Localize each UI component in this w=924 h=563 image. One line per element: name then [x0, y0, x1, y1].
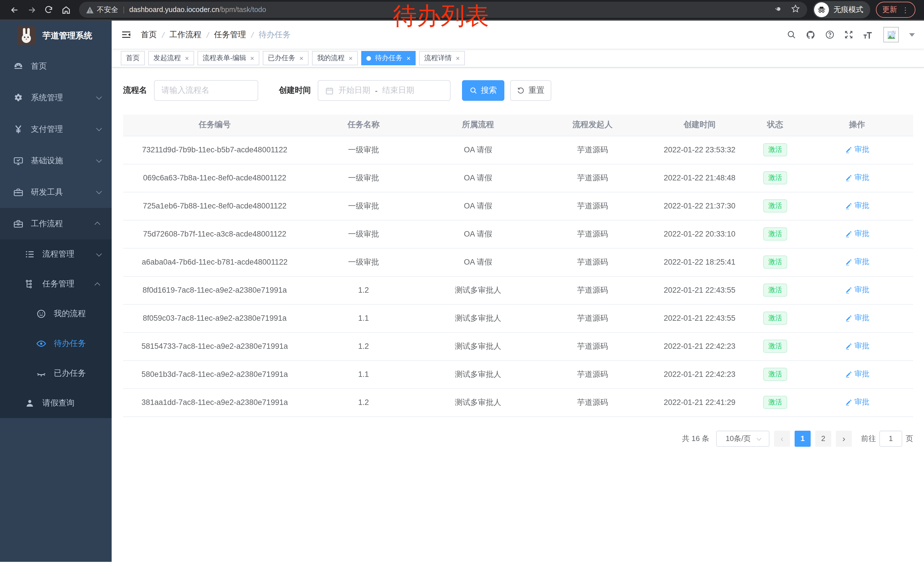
close-icon[interactable]: ×: [456, 54, 460, 62]
sidebar-item-label: 系统管理: [31, 93, 63, 103]
refresh-icon[interactable]: [40, 2, 57, 17]
font-size-icon[interactable]: [863, 30, 874, 39]
sidebar-item-task-management[interactable]: 任务管理: [0, 269, 112, 299]
search-button[interactable]: 搜索: [462, 80, 504, 101]
approve-link[interactable]: 审批: [845, 369, 869, 380]
tab-process-detail[interactable]: 流程详情×: [419, 51, 465, 65]
reset-button[interactable]: 重置: [510, 80, 551, 101]
approve-link[interactable]: 审批: [845, 201, 869, 211]
fullscreen-icon[interactable]: [844, 30, 854, 39]
close-icon[interactable]: ×: [299, 54, 303, 62]
key-icon[interactable]: [773, 4, 783, 15]
next-page-button[interactable]: ›: [836, 431, 852, 446]
sidebar-logo[interactable]: 芋道管理系统: [0, 21, 112, 50]
sidebar-item-home[interactable]: 首页: [0, 50, 112, 82]
approve-link[interactable]: 审批: [845, 145, 869, 155]
table-row: 73211d9d-7b9b-11ec-b5b7-acde48001122一级审批…: [123, 136, 913, 164]
sidebar-item-infrastructure[interactable]: 基础设施: [0, 145, 112, 176]
face-icon: [34, 309, 48, 319]
approve-link[interactable]: 审批: [845, 229, 869, 239]
cell-created: 2022-01-22 23:53:32: [650, 136, 749, 164]
goto-page-input[interactable]: 1: [879, 431, 902, 446]
column-header: 流程发起人: [535, 114, 650, 136]
close-icon[interactable]: ×: [185, 54, 189, 62]
breadcrumb-item[interactable]: 任务管理: [214, 30, 246, 40]
close-icon[interactable]: ×: [349, 54, 352, 62]
avatar-dropdown-icon[interactable]: [909, 33, 915, 36]
tab-done-tasks[interactable]: 已办任务×: [263, 51, 309, 65]
cell-created: 2022-01-22 18:25:41: [650, 248, 749, 276]
breadcrumb-separator: /: [251, 30, 254, 39]
url-host[interactable]: dashboard.yudao.iocoder.cn: [129, 6, 219, 14]
sidebar-item-label: 流程管理: [42, 249, 74, 260]
sidebar-collapse-icon[interactable]: [121, 29, 132, 40]
tab-todo-tasks[interactable]: 待办任务×: [361, 51, 416, 65]
sidebar-item-payment-management[interactable]: 支付管理: [0, 113, 112, 145]
page-button-1[interactable]: 1: [795, 431, 811, 446]
process-name-input[interactable]: 请输入流程名: [154, 80, 258, 101]
forward-icon[interactable]: [23, 2, 40, 17]
breadcrumb-separator: /: [162, 30, 164, 39]
browser-menu-icon[interactable]: ⋮: [902, 6, 909, 14]
close-icon[interactable]: ×: [250, 54, 254, 62]
breadcrumb-item[interactable]: 首页: [141, 30, 157, 40]
search-icon[interactable]: [787, 30, 796, 39]
cell-task-id: 8f0d1619-7ac8-11ec-a9e2-a2380e71991a: [123, 276, 306, 304]
cell-task-id: 75d72608-7b7f-11ec-a3c8-acde48001122: [123, 220, 306, 248]
approve-link[interactable]: 审批: [845, 257, 869, 267]
browser-update-button[interactable]: 更新 ⋮: [876, 2, 915, 18]
tab-label: 已办任务: [268, 53, 296, 63]
cell-created: 2022-01-21 22:43:55: [650, 304, 749, 332]
cell-created: 2022-01-21 22:41:29: [650, 388, 749, 416]
breadcrumb-item[interactable]: 工作流程: [170, 30, 201, 40]
approve-link[interactable]: 审批: [845, 173, 869, 183]
cell-process: 测试多审批人: [421, 388, 535, 416]
approve-link[interactable]: 审批: [845, 341, 869, 351]
cell-process: OA 请假: [421, 248, 535, 276]
sidebar-item-workflow[interactable]: 工作流程: [0, 208, 112, 239]
close-icon[interactable]: ×: [406, 54, 411, 62]
sidebar-item-leave-query[interactable]: 请假查询: [0, 388, 112, 418]
sidebar-item-my-process[interactable]: 我的流程: [0, 299, 112, 329]
prev-page-button[interactable]: ‹: [774, 431, 790, 446]
sidebar-item-todo-tasks[interactable]: 待办任务: [0, 329, 112, 359]
bookmark-star-icon[interactable]: [790, 4, 800, 15]
address-bar[interactable]: 不安全 | dashboard.yudao.iocoder.cn/bpm/tas…: [79, 2, 807, 18]
insecure-warning-icon[interactable]: [86, 6, 94, 14]
pencil-icon: [845, 399, 852, 406]
sidebar-item-done-tasks[interactable]: 已办任务: [0, 359, 112, 388]
approve-link[interactable]: 审批: [845, 397, 869, 407]
github-icon[interactable]: [806, 30, 816, 40]
tab-process-form-edit[interactable]: 流程表单-编辑×: [198, 51, 260, 65]
tab-initiate-process[interactable]: 发起流程×: [148, 51, 194, 65]
chevron-down-icon: [756, 435, 761, 440]
home-icon[interactable]: [57, 2, 74, 17]
goto-label: 前往: [861, 433, 876, 444]
user-icon: [23, 398, 37, 408]
cell-task-id: 58154733-7ac8-11ec-a9e2-a2380e71991a: [123, 332, 306, 360]
sidebar-item-system-management[interactable]: 系统管理: [0, 82, 112, 113]
tab-home[interactable]: 首页: [121, 51, 145, 65]
insecure-label[interactable]: 不安全: [97, 5, 118, 15]
approve-link[interactable]: 审批: [845, 285, 869, 295]
sidebar-item-label: 研发工具: [31, 187, 63, 197]
chevron-up-icon: [94, 282, 100, 288]
sidebar-item-process-management[interactable]: 流程管理: [0, 239, 112, 269]
date-range-input[interactable]: 开始日期 - 结束日期: [318, 80, 450, 101]
toolbox-icon: [12, 187, 25, 197]
pencil-icon: [845, 202, 852, 210]
cell-status: 激活: [749, 388, 801, 416]
chevron-down-icon: [96, 157, 102, 163]
avatar[interactable]: [884, 27, 899, 42]
approve-link[interactable]: 审批: [845, 313, 869, 323]
tab-label: 流程详情: [424, 53, 452, 63]
help-icon[interactable]: [825, 30, 835, 39]
monitor-icon: [12, 156, 25, 166]
update-label[interactable]: 更新: [882, 5, 897, 15]
page-button-2[interactable]: 2: [815, 431, 831, 446]
sidebar-item-dev-tools[interactable]: 研发工具: [0, 176, 112, 208]
tab-my-process[interactable]: 我的流程×: [312, 51, 358, 65]
cell-action: 审批: [801, 192, 913, 220]
back-icon[interactable]: [6, 2, 23, 17]
page-size-select[interactable]: 10条/页: [716, 431, 770, 446]
